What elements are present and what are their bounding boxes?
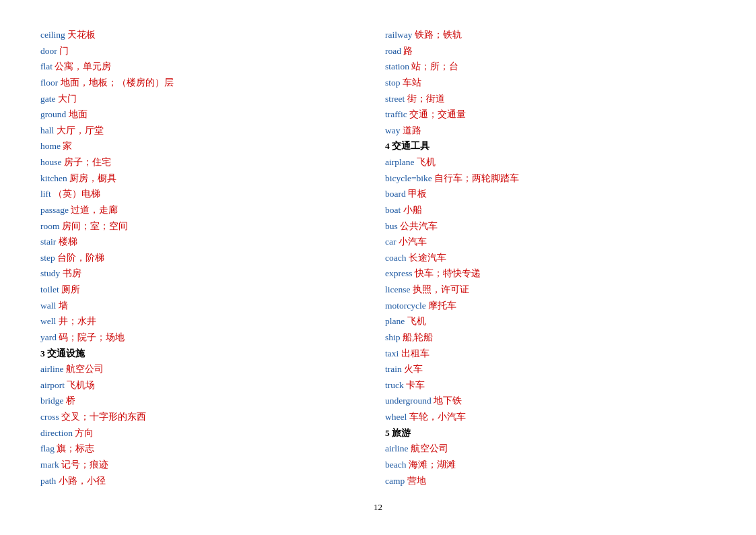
english-word: beach [385, 460, 406, 470]
english-word: boat [385, 205, 401, 215]
english-word: wheel [385, 412, 407, 422]
english-word: truck [385, 380, 404, 390]
chinese-meaning: 房子；住宅 [64, 157, 111, 167]
english-word: flat [40, 61, 53, 71]
english-word: direction [40, 428, 73, 438]
vocab-entry: lift （英）电梯 [40, 186, 371, 202]
vocab-entry: cross 交叉；十字形的东西 [40, 409, 371, 425]
column-divider [378, 27, 378, 489]
vocab-entry: coach 长途汽车 [385, 250, 716, 266]
chinese-meaning: 方向 [75, 428, 94, 438]
english-word: floor [40, 77, 58, 88]
chinese-meaning: 过道，走廊 [71, 205, 118, 215]
vocab-entry: step 台阶，阶梯 [40, 250, 371, 266]
vocab-entry: wheel 车轮，小汽车 [385, 409, 716, 425]
vocab-entry: train 火车 [385, 361, 716, 377]
english-word: ship [385, 332, 401, 342]
vocab-entry: direction 方向 [40, 425, 371, 441]
chinese-meaning: 记号；痕迹 [61, 460, 108, 470]
chinese-meaning: 长途汽车 [409, 253, 446, 263]
chinese-meaning: 船,轮船 [403, 332, 433, 342]
vocab-entry: flag 旗；标志 [40, 441, 371, 457]
chinese-meaning: 车轮，小汽车 [409, 412, 466, 422]
english-word: kitchen [40, 173, 67, 183]
english-word: bridge [40, 396, 64, 406]
english-word: airline [385, 443, 408, 453]
english-word: stair [40, 237, 56, 247]
english-word: railway [385, 30, 412, 40]
vocab-entry: bus 公共汽车 [385, 218, 716, 234]
right-column: railway 铁路；铁轨road 路station 站；所；台stop 车站s… [385, 27, 716, 489]
english-word: bicycle=bike [385, 173, 432, 183]
chinese-meaning: 火车 [404, 364, 423, 374]
english-word: plane [385, 316, 405, 326]
chinese-meaning: 公寓，单元房 [55, 61, 111, 71]
chinese-meaning: 码；院子；场地 [59, 332, 125, 342]
english-word: path [40, 476, 56, 486]
chinese-meaning: 公共汽车 [400, 221, 438, 231]
english-word: bus [385, 221, 398, 231]
vocab-entry: airplane 飞机 [385, 154, 716, 170]
english-word: ceiling [40, 30, 65, 40]
vocab-entry: plane 飞机 [385, 313, 716, 329]
chinese-meaning: 快车；特快专递 [415, 268, 481, 278]
chinese-meaning: 自行车；两轮脚踏车 [434, 173, 519, 183]
chinese-meaning: 执照，许可证 [413, 284, 469, 294]
english-word: coach [385, 253, 406, 263]
chinese-meaning: 井；水井 [59, 316, 96, 326]
vocab-entry: beach 海滩；湖滩 [385, 457, 716, 473]
english-word: express [385, 268, 413, 278]
english-word: airport [40, 380, 65, 390]
chinese-meaning: 小路，小径 [59, 476, 106, 486]
chinese-meaning: 出租车 [401, 348, 429, 358]
chinese-meaning: 墙 [59, 301, 68, 311]
chinese-meaning: 交叉；十字形的东西 [61, 412, 146, 422]
vocab-entry: express 快车；特快专递 [385, 265, 716, 282]
vocab-entry: board 甲板 [385, 186, 716, 202]
section-header: 4 交通工具 [385, 138, 716, 154]
chinese-meaning: 小汽车 [399, 237, 427, 247]
chinese-meaning: 道路 [403, 125, 421, 135]
chinese-meaning: 天花板 [67, 30, 96, 40]
vocab-entry: stair 楼梯 [40, 234, 371, 250]
chinese-meaning: 楼梯 [59, 237, 77, 247]
english-word: ground [40, 109, 66, 119]
vocab-entry: airport 飞机场 [40, 377, 371, 394]
chinese-meaning: 小船 [403, 205, 422, 215]
vocab-entry: ship 船,轮船 [385, 329, 716, 346]
english-word: airline [40, 364, 63, 374]
vocab-entry: airline 航空公司 [385, 441, 716, 457]
vocab-entry: yard 码；院子；场地 [40, 329, 371, 346]
vocab-entry: room 房间；室；空间 [40, 218, 371, 234]
english-word: underground [385, 396, 432, 406]
chinese-meaning: 地面，地板；（楼房的）层 [61, 77, 174, 88]
vocab-entry: bridge 桥 [40, 393, 371, 409]
vocab-entry: flat 公寓，单元房 [40, 59, 371, 75]
english-word: license [385, 284, 410, 294]
english-word: wall [40, 301, 56, 311]
english-word: study [40, 268, 60, 278]
english-word: street [385, 94, 405, 104]
english-word: door [40, 46, 57, 56]
chinese-meaning: 桥 [66, 396, 75, 406]
left-column: ceiling 天花板door 门flat 公寓，单元房floor 地面，地板；… [40, 27, 371, 489]
vocab-entry: passage 过道，走廊 [40, 202, 371, 218]
english-word: step [40, 253, 55, 263]
vocab-entry: station 站；所；台 [385, 59, 716, 75]
english-word: gate [40, 94, 56, 104]
chinese-meaning: 地面 [69, 109, 88, 119]
vocab-entry: road 路 [385, 43, 716, 59]
vocab-entry: mark 记号；痕迹 [40, 457, 371, 473]
chinese-meaning: 飞机 [407, 316, 426, 326]
english-word: flag [40, 443, 55, 453]
vocab-entry: bicycle=bike 自行车；两轮脚踏车 [385, 170, 716, 187]
chinese-meaning: 路 [403, 46, 413, 56]
english-word: toilet [40, 284, 59, 294]
english-word: way [385, 125, 401, 135]
chinese-meaning: 航空公司 [66, 364, 104, 374]
vocab-entry: way 道路 [385, 123, 716, 139]
english-word: station [385, 61, 409, 71]
english-word: airplane [385, 157, 414, 167]
chinese-meaning: 车站 [403, 77, 421, 88]
vocab-entry: airline 航空公司 [40, 361, 371, 377]
